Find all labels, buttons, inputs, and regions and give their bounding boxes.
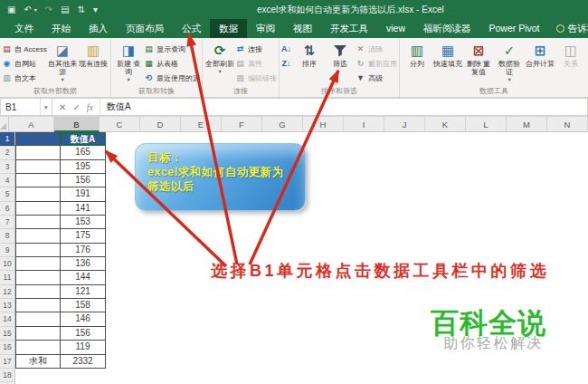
column-header-I[interactable]: I	[344, 117, 384, 132]
ribbon-button-编辑链接[interactable]: ▨编辑链接	[235, 71, 277, 85]
ribbon-button-显示查询[interactable]: ▤显示查询	[144, 42, 200, 56]
cell-B4[interactable]: 156	[61, 174, 106, 187]
column-header-L[interactable]: L	[466, 117, 507, 132]
column-header-G[interactable]: G	[262, 117, 303, 132]
cell-A3[interactable]	[15, 160, 61, 174]
cell-B2[interactable]: 165	[61, 146, 106, 159]
cell-B14[interactable]: 146	[61, 312, 106, 326]
row-header-1[interactable]: 1	[0, 132, 15, 146]
tab-福昕阅读器[interactable]: 福昕阅读器	[414, 19, 480, 38]
ribbon-button-新建查询[interactable]: ◨新建 查询▾	[113, 39, 144, 83]
cell-B1[interactable]: 数值A	[61, 132, 106, 146]
cell-A4[interactable]	[15, 174, 61, 187]
ribbon-button-清除[interactable]: ✕清除	[356, 42, 397, 56]
row-header-13[interactable]: 13	[0, 299, 15, 312]
ribbon-button-属性[interactable]: ▤属性	[235, 56, 277, 71]
undo-icon[interactable]: ↶	[24, 5, 31, 14]
ribbon-button-排序[interactable]: ⇅排序	[294, 39, 325, 68]
ribbon-button-现有连接[interactable]: ▥现有连接	[78, 39, 109, 68]
row-header-5[interactable]: 5	[0, 187, 15, 201]
cell-B10[interactable]: 136	[61, 257, 106, 271]
row-header-16[interactable]: 16	[0, 341, 15, 354]
customize-qat-icon[interactable]: ▾	[93, 5, 98, 14]
cell-B11[interactable]: 144	[61, 271, 106, 284]
tab-公式[interactable]: 公式	[173, 19, 210, 38]
cell-B12[interactable]: 121	[61, 285, 106, 299]
row-header-17[interactable]: 17	[0, 355, 15, 369]
column-header-M[interactable]: M	[507, 117, 547, 132]
ribbon-button-连接[interactable]: ⇄连接	[235, 42, 277, 56]
tab-开发工具[interactable]: 开发工具	[321, 19, 377, 38]
cell-B15[interactable]: 156	[61, 327, 106, 341]
row-header-7[interactable]: 7	[0, 216, 15, 229]
cell-B16[interactable]: 119	[61, 341, 106, 354]
cell-A11[interactable]	[15, 271, 61, 284]
ribbon-button-自其他来源[interactable]: ◪自其他来 源▾	[47, 39, 78, 83]
row-header-11[interactable]: 11	[0, 271, 15, 284]
tell-me-box[interactable]: 告诉我你想要做什么	[549, 19, 588, 38]
save-icon[interactable]: ▣	[7, 5, 15, 14]
column-header-D[interactable]: D	[140, 117, 181, 132]
row-header-2[interactable]: 2	[0, 146, 15, 159]
column-header-A[interactable]: A	[9, 117, 54, 132]
column-header-K[interactable]: K	[425, 117, 466, 132]
ribbon-button-删除重复值[interactable]: ⊠删除 重复值	[463, 39, 494, 76]
ribbon-button-重新应用[interactable]: ↻重新应用	[356, 56, 397, 71]
cell-B9[interactable]: 176	[61, 244, 106, 257]
cell-A1[interactable]	[15, 132, 61, 146]
cell-B8[interactable]: 175	[61, 229, 106, 243]
cell-A6[interactable]	[15, 202, 61, 216]
sort-icon[interactable]: ⇅	[78, 5, 85, 14]
ribbon-button-筛选[interactable]: 筛选	[325, 39, 356, 68]
cell-A13[interactable]	[15, 299, 61, 312]
tab-视图[interactable]: 视图	[284, 19, 321, 38]
cancel-icon[interactable]: ✕	[59, 102, 66, 112]
column-header-H[interactable]: H	[303, 117, 344, 132]
cell-A12[interactable]	[15, 285, 61, 299]
row-header-15[interactable]: 15	[0, 327, 15, 341]
preview-icon[interactable]: ▤	[61, 5, 69, 14]
cell-B13[interactable]: 158	[61, 299, 106, 312]
name-box[interactable]: B1 ▼	[0, 98, 52, 116]
cell-A7[interactable]	[15, 216, 61, 229]
ribbon-button-sort[interactable]: Z↓	[281, 56, 294, 71]
tab-文件[interactable]: 文件	[5, 19, 43, 38]
cell-A5[interactable]	[15, 187, 61, 201]
row-header-14[interactable]: 14	[0, 312, 15, 326]
row-header-12[interactable]: 12	[0, 285, 15, 299]
ribbon-button-自 Access[interactable]: ▤自 Access	[2, 42, 47, 56]
column-header-E[interactable]: E	[181, 117, 222, 132]
row-header-4[interactable]: 4	[0, 174, 15, 187]
enter-icon[interactable]: ✓	[72, 102, 80, 112]
row-header-8[interactable]: 8	[0, 229, 15, 243]
cell-A8[interactable]	[15, 229, 61, 243]
select-all-corner[interactable]	[0, 117, 9, 132]
redo-icon[interactable]: ↷	[45, 5, 52, 14]
ribbon-button-高级[interactable]: ▼高级	[356, 71, 397, 85]
ribbon-button-关系[interactable]: ◫关系	[555, 39, 586, 68]
row-header-18[interactable]: 18	[0, 369, 15, 382]
cell-A17[interactable]: 求和	[15, 355, 61, 369]
name-box-dropdown-icon[interactable]: ▼	[40, 99, 52, 115]
cell-A9[interactable]	[15, 244, 61, 257]
ribbon-button-最近使用的源[interactable]: ⟲最近使用的源	[144, 71, 200, 85]
ribbon-button-自文本[interactable]: ▥自文本	[2, 71, 47, 85]
cell-A10[interactable]	[15, 257, 61, 271]
row-header-3[interactable]: 3	[0, 160, 15, 174]
cell-B6[interactable]: 141	[61, 202, 106, 216]
column-header-B[interactable]: B	[54, 117, 100, 132]
tab-数据[interactable]: 数据	[210, 19, 247, 38]
tab-插入[interactable]: 插入	[80, 19, 117, 38]
cell-A2[interactable]	[15, 146, 61, 159]
cell-A16[interactable]	[15, 341, 61, 354]
cell-B5[interactable]: 191	[61, 187, 106, 201]
tab-审阅[interactable]: 审阅	[247, 19, 284, 38]
ribbon-button-从表格[interactable]: ▦从表格	[144, 56, 200, 71]
ribbon-button-全部刷新[interactable]: ⟳全部刷新▾	[204, 39, 235, 75]
row-header-9[interactable]: 9	[0, 244, 15, 257]
ribbon-button-数据验证[interactable]: ✓数据验 证▾	[494, 39, 525, 83]
row-header-10[interactable]: 10	[0, 257, 15, 271]
cell-A15[interactable]	[15, 327, 61, 341]
tab-Power Pivot[interactable]: Power Pivot	[480, 19, 549, 38]
formula-input[interactable]: 数值A	[100, 98, 588, 116]
